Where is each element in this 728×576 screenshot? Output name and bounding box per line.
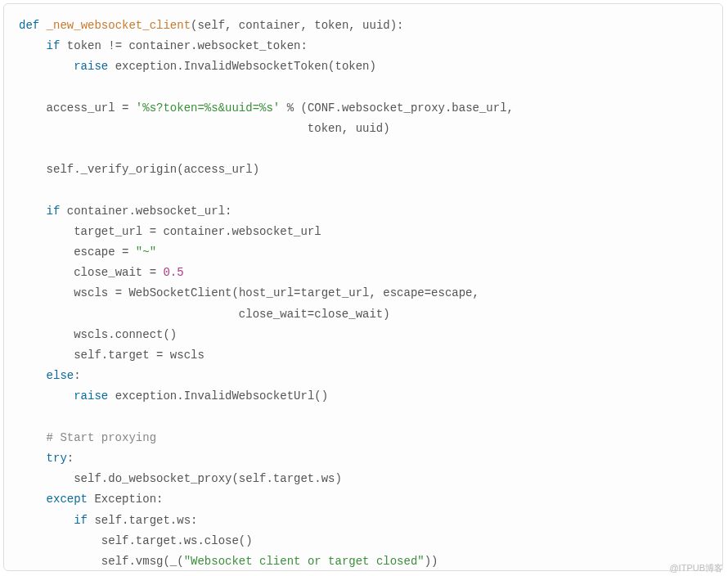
keyword-try: try xyxy=(47,452,67,465)
colon: : xyxy=(74,369,80,382)
expr: (CONF.websocket_proxy.base_url, xyxy=(301,101,514,115)
op: = xyxy=(150,266,156,279)
var: escape xyxy=(74,245,115,259)
string: "Websocket client or target closed" xyxy=(184,555,425,568)
keyword-def: def xyxy=(19,19,39,32)
keyword-if: if xyxy=(74,514,88,527)
string: "~" xyxy=(136,245,156,259)
comment: # Start proxying xyxy=(47,431,156,444)
call: self.target.ws.close() xyxy=(101,534,253,547)
op: = xyxy=(156,349,163,362)
call: exception.InvalidWebsocketUrl() xyxy=(115,389,328,403)
code-block: def _new_websocket_client(self, containe… xyxy=(3,3,723,571)
expr: WebSocketClient(host_url=target_url, esc… xyxy=(128,286,479,299)
string: '%s?token=%s&uuid=%s' xyxy=(136,101,280,115)
expr: token, uuid) xyxy=(308,122,390,135)
call: self.do_websocket_proxy(self.target.ws) xyxy=(74,472,342,485)
op: = xyxy=(122,245,128,259)
keyword-raise: raise xyxy=(74,389,108,403)
code-listing: def _new_websocket_client(self, containe… xyxy=(19,16,708,574)
var: self.target xyxy=(74,349,149,362)
keyword-else: else xyxy=(47,369,74,382)
expr: container.websocket_url xyxy=(163,225,321,238)
colon: : xyxy=(67,452,74,465)
keyword-if: if xyxy=(47,205,61,218)
function-name: _new_websocket_client xyxy=(47,19,191,32)
call: wscls.connect() xyxy=(74,328,177,341)
exc: Exception: xyxy=(94,493,163,506)
call: exception.InvalidWebsocketToken(token) xyxy=(115,60,376,73)
call: self._verify_origin(access_url) xyxy=(47,163,259,176)
var: wscls xyxy=(74,286,108,299)
number: 0.5 xyxy=(163,266,183,279)
keyword-if: if xyxy=(47,39,61,52)
var: close_wait xyxy=(74,266,142,279)
condition: self.target.ws: xyxy=(94,514,197,527)
op: = xyxy=(122,101,128,115)
op: % xyxy=(287,101,294,115)
expr: close_wait=close_wait) xyxy=(239,308,390,321)
op: = xyxy=(150,225,156,238)
call: self.vmsg(_( xyxy=(101,555,184,568)
watermark: @ITPUB博客 xyxy=(669,560,723,574)
expr: wscls xyxy=(170,349,204,362)
call: )) xyxy=(425,555,438,568)
keyword-except: except xyxy=(47,493,88,506)
var: target_url xyxy=(74,225,142,238)
keyword-raise: raise xyxy=(74,60,108,73)
condition: token != container.websocket_token: xyxy=(67,39,308,52)
condition: container.websocket_url: xyxy=(67,205,232,218)
var: access_url xyxy=(47,101,115,115)
op: = xyxy=(115,286,122,299)
signature: (self, container, token, uuid): xyxy=(191,19,403,32)
